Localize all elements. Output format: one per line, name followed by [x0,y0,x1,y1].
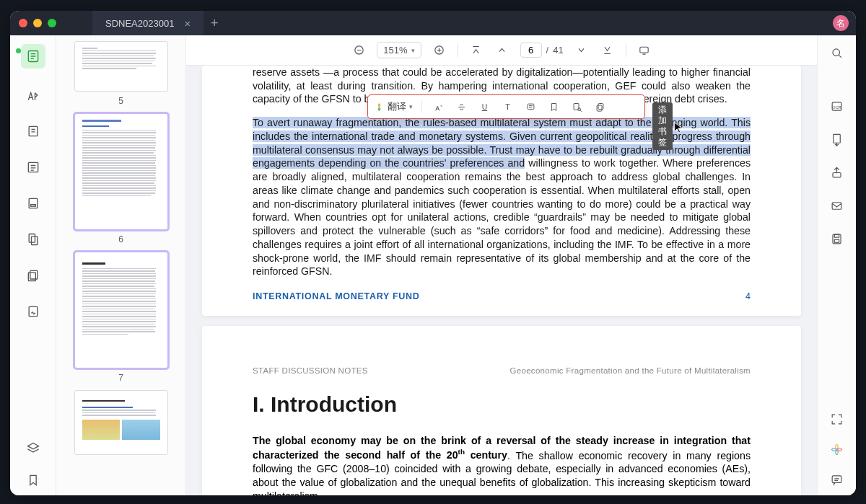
document-tab[interactable]: SDNEA2023001 × [92,11,204,35]
last-page-button[interactable] [600,43,616,58]
svg-rect-37 [598,103,603,109]
svg-rect-49 [832,475,841,482]
right-sidebar: OCR [817,35,856,495]
user-avatar[interactable]: 名 [833,15,849,31]
svg-rect-25 [640,47,648,53]
selection-toolbar: 翻译 ▾ 添加书签 [367,94,645,119]
mail-button[interactable] [828,197,846,214]
thumbnail-label-7: 7 [64,373,178,383]
svg-rect-43 [834,134,841,143]
viewer-toolbar: 151% ▾ / 41 [186,35,817,66]
zoom-select[interactable]: 151% ▾ [377,42,421,58]
svg-rect-31 [528,104,534,110]
svg-rect-47 [834,234,839,237]
close-window-button[interactable] [19,19,27,27]
footer-org: INTERNATIONAL MONETARY FUND [253,291,419,301]
close-tab-button[interactable]: × [184,17,191,30]
page-input[interactable] [520,43,542,58]
annotation-tool-button[interactable] [24,86,43,105]
new-tab-button[interactable]: + [204,16,225,31]
caret-down-icon: ▾ [411,47,415,54]
svg-line-36 [580,110,582,112]
page-scroll-area[interactable]: reserve assets —a process that could be … [186,66,817,495]
export-button[interactable] [828,131,846,148]
translate-button[interactable]: 翻译 ▾ [374,101,413,113]
thumbnail-label-6: 6 [64,234,178,244]
save-button[interactable] [828,230,846,247]
page-footer: INTERNATIONAL MONETARY FUND 4 [253,291,751,301]
bookmark-add-button[interactable] [546,100,561,114]
page-7: STAFF DISCUSSION NOTES Geoeconomic Fragm… [202,326,801,495]
layers-button[interactable] [24,439,43,458]
thumbnail-panel: 5 6 [56,35,186,495]
copy-button[interactable] [592,100,607,114]
svg-rect-15 [30,270,37,279]
separator [626,44,626,57]
note-button[interactable] [523,100,538,114]
svg-rect-45 [832,202,841,209]
page-6: reserve assets —a process that could be … [202,66,801,316]
page-slash: / [546,45,549,56]
minimize-window-button[interactable] [33,19,42,27]
running-header: STAFF DISCUSSION NOTES Geoeconomic Fragm… [253,366,751,375]
form-panel-button[interactable] [24,194,43,213]
thumbnail-label-5: 5 [64,96,178,106]
presentation-button[interactable] [637,43,652,58]
attachments-panel-button[interactable] [24,230,43,249]
svg-rect-48 [834,239,839,242]
first-page-button[interactable] [468,43,484,58]
document-viewer: 151% ▾ / 41 reserve assets [186,35,817,495]
ai-assistant-button[interactable] [828,441,846,458]
svg-rect-13 [29,234,35,243]
prev-page-button[interactable] [494,43,510,58]
thumbnails-panel-button[interactable] [21,44,45,68]
svg-point-35 [577,107,580,110]
notes-panel-button[interactable] [24,122,43,141]
search-doc-button[interactable] [569,100,584,114]
page-thumbnail-5[interactable] [74,41,168,92]
paragraph: To avert runaway fragmentation, the rule… [253,116,751,278]
page-total: 41 [553,45,563,56]
underline-button[interactable] [477,100,491,114]
app-window: SDNEA2023001 × + 名 [10,11,856,495]
bookmark-button[interactable] [24,471,43,490]
copy-panel-button[interactable] [24,266,43,285]
body-text: willingness to work together. Where pref… [253,157,751,277]
left-sidebar [10,35,56,495]
svg-line-40 [839,55,841,57]
zoom-value: 151% [383,45,407,56]
svg-rect-14 [31,236,37,245]
zoom-in-button[interactable] [432,43,447,58]
text-style-button[interactable] [500,100,515,114]
fit-page-button[interactable] [828,410,846,428]
traffic-lights [10,19,56,27]
signature-panel-button[interactable] [24,302,43,321]
svg-rect-4 [29,126,38,136]
svg-point-39 [833,48,840,56]
page-thumbnail-8[interactable] [74,390,168,455]
header-right: Geoeconomic Fragmentation and the Future… [510,366,751,375]
separator [458,44,458,57]
ocr-button[interactable]: OCR [828,97,846,115]
tab-title: SDNEA2023001 [105,18,174,29]
next-page-button[interactable] [574,43,590,58]
page-thumbnail-6[interactable] [74,113,168,230]
paragraph: The global economy may be on the brink o… [253,434,751,495]
caret-down-icon: ▾ [409,103,413,110]
footer-page-number: 4 [745,291,751,301]
share-button[interactable] [828,164,846,181]
svg-rect-17 [29,306,38,316]
highlight-button[interactable] [431,100,445,114]
search-button[interactable] [828,44,846,61]
zoom-out-button[interactable] [351,43,367,58]
page-thumbnail-7[interactable] [74,252,168,368]
maximize-window-button[interactable] [48,19,56,27]
strikethrough-button[interactable] [454,100,468,114]
translate-logo-icon [374,102,385,112]
svg-text:OCR: OCR [832,105,841,109]
heading-introduction: I. Introduction [253,392,751,417]
outline-panel-button[interactable] [24,158,43,177]
comments-button[interactable] [828,471,846,488]
svg-rect-44 [833,172,841,177]
titlebar: SDNEA2023001 × + 名 [10,11,856,35]
